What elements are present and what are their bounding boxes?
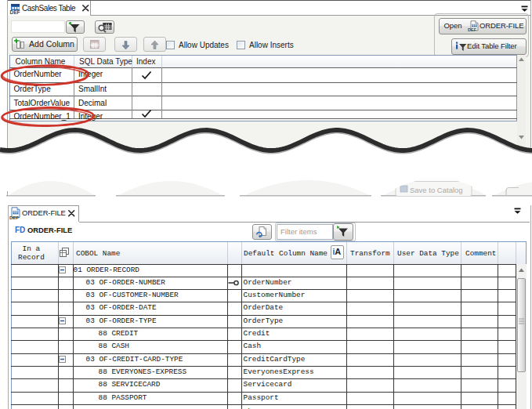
svg-text:DEF: DEF: [9, 215, 19, 220]
svg-text:Save to Catalog: Save to Catalog: [410, 186, 463, 194]
